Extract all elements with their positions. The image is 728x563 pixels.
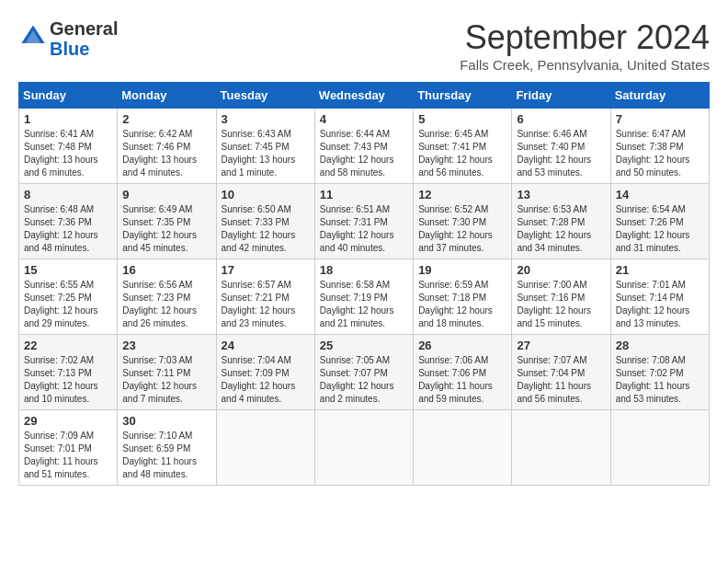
day-info: Sunrise: 6:52 AM Sunset: 7:30 PM Dayligh…: [418, 203, 506, 255]
header-wednesday: Wednesday: [314, 83, 413, 109]
calendar-cell: 16 Sunrise: 6:56 AM Sunset: 7:23 PM Dayl…: [118, 259, 216, 335]
day-number: 7: [616, 112, 704, 126]
day-number: 3: [222, 112, 310, 126]
location: Falls Creek, Pennsylvania, United States: [460, 57, 710, 73]
calendar-cell: 2 Sunrise: 6:42 AM Sunset: 7:46 PM Dayli…: [118, 109, 216, 184]
day-number: 4: [320, 112, 408, 126]
calendar-cell: 29 Sunrise: 7:09 AM Sunset: 7:01 PM Dayl…: [19, 410, 118, 486]
calendar-week-3: 15 Sunrise: 6:55 AM Sunset: 7:25 PM Dayl…: [19, 259, 710, 335]
day-info: Sunrise: 7:06 AM Sunset: 7:06 PM Dayligh…: [418, 354, 506, 406]
day-info: Sunrise: 6:53 AM Sunset: 7:28 PM Dayligh…: [517, 203, 605, 255]
calendar-cell: 8 Sunrise: 6:48 AM Sunset: 7:36 PM Dayli…: [19, 184, 118, 259]
calendar-cell: 6 Sunrise: 6:46 AM Sunset: 7:40 PM Dayli…: [512, 109, 610, 184]
calendar-week-5: 29 Sunrise: 7:09 AM Sunset: 7:01 PM Dayl…: [19, 410, 710, 486]
day-number: 8: [24, 188, 112, 201]
day-number: 28: [616, 339, 704, 352]
day-info: Sunrise: 7:04 AM Sunset: 7:09 PM Dayligh…: [222, 354, 310, 406]
day-number: 22: [24, 339, 112, 352]
day-info: Sunrise: 7:03 AM Sunset: 7:11 PM Dayligh…: [122, 354, 210, 406]
calendar-cell: 14 Sunrise: 6:54 AM Sunset: 7:26 PM Dayl…: [610, 184, 709, 259]
day-number: 27: [517, 339, 605, 352]
day-info: Sunrise: 6:42 AM Sunset: 7:46 PM Dayligh…: [122, 128, 210, 179]
calendar-cell: 22 Sunrise: 7:02 AM Sunset: 7:13 PM Dayl…: [19, 335, 118, 410]
day-number: 25: [320, 339, 408, 352]
calendar-cell: 18 Sunrise: 6:58 AM Sunset: 7:19 PM Dayl…: [314, 259, 413, 335]
day-info: Sunrise: 7:01 AM Sunset: 7:14 PM Dayligh…: [616, 279, 704, 330]
calendar-cell: 7 Sunrise: 6:47 AM Sunset: 7:38 PM Dayli…: [610, 109, 709, 184]
header-sunday: Sunday: [19, 83, 118, 109]
calendar-cell: 3 Sunrise: 6:43 AM Sunset: 7:45 PM Dayli…: [216, 109, 314, 184]
calendar-cell: [314, 410, 413, 486]
calendar-cell: 15 Sunrise: 6:55 AM Sunset: 7:25 PM Dayl…: [19, 259, 118, 335]
day-info: Sunrise: 6:44 AM Sunset: 7:43 PM Dayligh…: [320, 128, 408, 179]
calendar-table: Sunday Monday Tuesday Wednesday Thursday…: [18, 82, 710, 486]
calendar-cell: 19 Sunrise: 6:59 AM Sunset: 7:18 PM Dayl…: [414, 259, 512, 335]
day-info: Sunrise: 6:43 AM Sunset: 7:45 PM Dayligh…: [222, 128, 310, 179]
day-number: 24: [222, 339, 310, 352]
day-number: 13: [517, 188, 605, 201]
day-number: 30: [122, 414, 210, 428]
title-section: September 2024 Falls Creek, Pennsylvania…: [460, 18, 710, 73]
header-monday: Monday: [118, 83, 216, 109]
day-number: 6: [517, 112, 605, 126]
day-number: 15: [24, 263, 112, 277]
day-info: Sunrise: 7:05 AM Sunset: 7:07 PM Dayligh…: [320, 354, 408, 406]
day-number: 23: [122, 339, 210, 352]
day-info: Sunrise: 6:50 AM Sunset: 7:33 PM Dayligh…: [222, 203, 310, 255]
calendar-cell: 9 Sunrise: 6:49 AM Sunset: 7:35 PM Dayli…: [118, 184, 216, 259]
day-info: Sunrise: 7:08 AM Sunset: 7:02 PM Dayligh…: [616, 354, 704, 406]
calendar-week-2: 8 Sunrise: 6:48 AM Sunset: 7:36 PM Dayli…: [19, 184, 710, 259]
day-number: 18: [320, 263, 408, 277]
day-number: 20: [517, 263, 605, 277]
calendar-cell: 28 Sunrise: 7:08 AM Sunset: 7:02 PM Dayl…: [610, 335, 709, 410]
calendar-cell: 30 Sunrise: 7:10 AM Sunset: 6:59 PM Dayl…: [118, 410, 216, 486]
day-info: Sunrise: 6:55 AM Sunset: 7:25 PM Dayligh…: [24, 279, 112, 330]
calendar-cell: 10 Sunrise: 6:50 AM Sunset: 7:33 PM Dayl…: [216, 184, 314, 259]
calendar-cell: [414, 410, 512, 486]
day-number: 16: [122, 263, 210, 277]
day-info: Sunrise: 6:57 AM Sunset: 7:21 PM Dayligh…: [222, 279, 310, 330]
day-number: 2: [122, 112, 210, 126]
logo-general: General: [50, 18, 118, 39]
day-info: Sunrise: 6:59 AM Sunset: 7:18 PM Dayligh…: [418, 279, 506, 330]
calendar-header-row: Sunday Monday Tuesday Wednesday Thursday…: [19, 83, 710, 109]
day-number: 26: [418, 339, 506, 352]
day-info: Sunrise: 6:46 AM Sunset: 7:40 PM Dayligh…: [517, 128, 605, 179]
day-info: Sunrise: 6:48 AM Sunset: 7:36 PM Dayligh…: [24, 203, 112, 255]
calendar-cell: [216, 410, 314, 486]
day-info: Sunrise: 6:54 AM Sunset: 7:26 PM Dayligh…: [616, 203, 704, 255]
day-number: 21: [616, 263, 704, 277]
day-info: Sunrise: 6:41 AM Sunset: 7:48 PM Dayligh…: [24, 128, 112, 179]
calendar-cell: 17 Sunrise: 6:57 AM Sunset: 7:21 PM Dayl…: [216, 259, 314, 335]
day-info: Sunrise: 7:07 AM Sunset: 7:04 PM Dayligh…: [517, 354, 605, 406]
day-number: 11: [320, 188, 408, 201]
day-info: Sunrise: 7:02 AM Sunset: 7:13 PM Dayligh…: [24, 354, 112, 406]
calendar-cell: 20 Sunrise: 7:00 AM Sunset: 7:16 PM Dayl…: [512, 259, 610, 335]
day-info: Sunrise: 6:47 AM Sunset: 7:38 PM Dayligh…: [616, 128, 704, 179]
day-number: 9: [122, 188, 210, 201]
calendar-cell: 4 Sunrise: 6:44 AM Sunset: 7:43 PM Dayli…: [314, 109, 413, 184]
month-title: September 2024: [460, 18, 710, 57]
day-info: Sunrise: 6:45 AM Sunset: 7:41 PM Dayligh…: [418, 128, 506, 179]
calendar-cell: 1 Sunrise: 6:41 AM Sunset: 7:48 PM Dayli…: [19, 109, 118, 184]
day-number: 5: [418, 112, 506, 126]
calendar-cell: [512, 410, 610, 486]
calendar-week-1: 1 Sunrise: 6:41 AM Sunset: 7:48 PM Dayli…: [19, 109, 710, 184]
day-info: Sunrise: 6:56 AM Sunset: 7:23 PM Dayligh…: [122, 279, 210, 330]
logo-blue: Blue: [50, 39, 89, 59]
calendar-cell: 27 Sunrise: 7:07 AM Sunset: 7:04 PM Dayl…: [512, 335, 610, 410]
header-tuesday: Tuesday: [216, 83, 314, 109]
day-info: Sunrise: 6:49 AM Sunset: 7:35 PM Dayligh…: [122, 203, 210, 255]
day-number: 17: [222, 263, 310, 277]
calendar-week-4: 22 Sunrise: 7:02 AM Sunset: 7:13 PM Dayl…: [19, 335, 710, 410]
day-number: 10: [222, 188, 310, 201]
day-info: Sunrise: 7:09 AM Sunset: 7:01 PM Dayligh…: [24, 430, 112, 481]
day-number: 14: [616, 188, 704, 201]
day-info: Sunrise: 6:51 AM Sunset: 7:31 PM Dayligh…: [320, 203, 408, 255]
day-info: Sunrise: 7:00 AM Sunset: 7:16 PM Dayligh…: [517, 279, 605, 330]
calendar-cell: 5 Sunrise: 6:45 AM Sunset: 7:41 PM Dayli…: [414, 109, 512, 184]
header-saturday: Saturday: [610, 83, 709, 109]
day-number: 1: [24, 112, 112, 126]
day-number: 19: [418, 263, 506, 277]
calendar-cell: 26 Sunrise: 7:06 AM Sunset: 7:06 PM Dayl…: [414, 335, 512, 410]
